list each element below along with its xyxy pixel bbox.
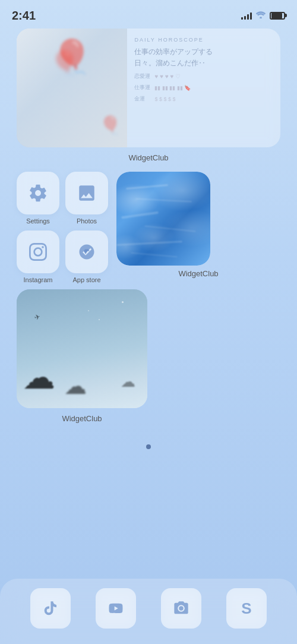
battery-icon [270, 12, 285, 20]
settings-label: Settings [26, 217, 50, 225]
app-row-bottom: Instagram App store [17, 231, 108, 283]
photos-app[interactable]: Photos [65, 172, 108, 225]
settings-icon[interactable] [17, 172, 59, 214]
money-label: 金運 [134, 95, 152, 103]
app-row-top: Settings Photos [17, 172, 108, 225]
appstore-app[interactable]: App store [65, 231, 108, 283]
horoscope-widget: 🎈 🎈 🎈 DAILY HOROSCOPE 仕事の効率がアップする日々。溜めこん… [17, 29, 280, 147]
appstore-icon[interactable] [65, 231, 108, 273]
sky-widget-section: ✈ ☁ ☁ ☁ WidgetClub [17, 289, 280, 433]
widget2-label: WidgetClub [116, 269, 280, 278]
work-row: 仕事運 ▮▮ ▮▮ ▮▮ ▮▮ 🔖 [134, 84, 273, 91]
instagram-label: Instagram [24, 276, 53, 283]
water-widget-section: WidgetClub [116, 172, 280, 283]
horoscope-content: DAILY HOROSCOPE 仕事の効率がアップする日々。溜めこんだ作‥ 恋愛… [127, 29, 280, 147]
status-time: 2:41 [12, 9, 36, 23]
settings-app[interactable]: Settings [17, 172, 59, 225]
shortcuts-app[interactable]: S [226, 588, 267, 629]
app-grid: Settings Photos [17, 172, 108, 283]
app-widget-row: Settings Photos [17, 172, 280, 283]
widget1-label: WidgetClub [17, 153, 280, 162]
photos-label: Photos [77, 217, 97, 225]
work-bars: ▮▮ ▮▮ ▮▮ ▮▮ 🔖 [154, 85, 191, 91]
appstore-label: App store [72, 276, 100, 283]
status-bar: 2:41 [0, 0, 297, 29]
water-widget [116, 172, 210, 266]
money-coins: $ $ $ $ $ [154, 96, 175, 102]
love-hearts: ♥ ♥ ♥ ♥ ♡ [154, 73, 181, 80]
widget3-label: WidgetClub [17, 414, 147, 423]
horoscope-title: DAILY HOROSCOPE [134, 37, 273, 43]
cloud-decoration: ☁ [23, 358, 55, 396]
dock: S [0, 579, 297, 644]
page-indicator [17, 444, 280, 449]
status-icons [241, 10, 285, 21]
camera-app[interactable] [161, 588, 201, 629]
money-row: 金運 $ $ $ $ $ [134, 95, 273, 103]
work-label: 仕事運 [134, 84, 152, 91]
sky-widget: ✈ ☁ ☁ ☁ [17, 289, 147, 408]
youtube-app[interactable] [96, 588, 136, 629]
page-dot-1 [146, 444, 151, 449]
love-label: 恋愛運 [134, 72, 152, 80]
instagram-icon[interactable] [17, 231, 59, 273]
tiktok-app[interactable] [30, 588, 71, 629]
horoscope-image: 🎈 🎈 🎈 [17, 29, 127, 147]
horoscope-text: 仕事の効率がアップする日々。溜めこんだ作‥ [134, 46, 273, 69]
photos-icon[interactable] [65, 172, 108, 214]
signal-icon [241, 11, 252, 20]
love-row: 恋愛運 ♥ ♥ ♥ ♥ ♡ [134, 72, 273, 80]
home-screen: 🎈 🎈 🎈 DAILY HOROSCOPE 仕事の効率がアップする日々。溜めこん… [0, 29, 297, 449]
wifi-icon [255, 10, 266, 21]
instagram-app[interactable]: Instagram [17, 231, 59, 283]
svg-point-0 [260, 17, 262, 18]
